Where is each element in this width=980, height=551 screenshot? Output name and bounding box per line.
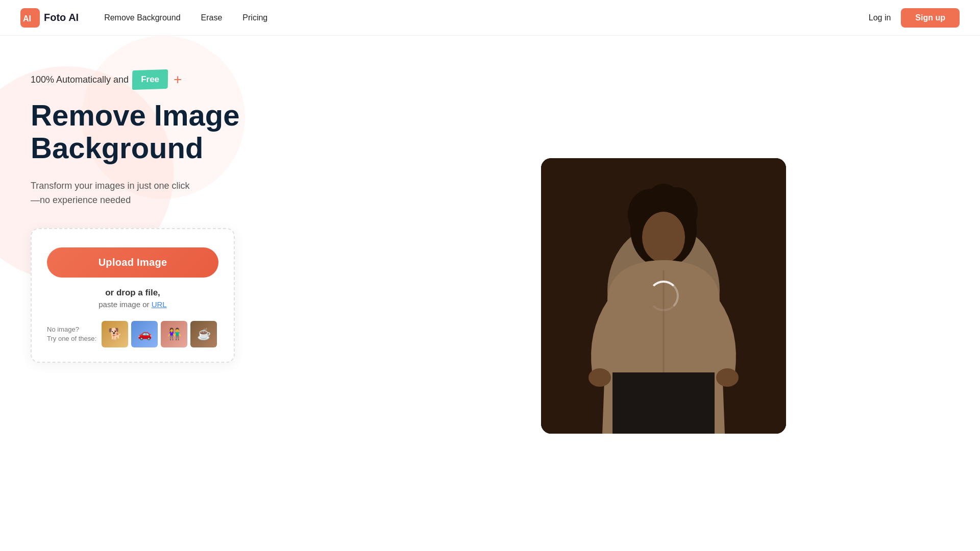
hero-title-line1: Remove Image [31, 98, 239, 132]
main-content: 100% Automatically and Free + Remove Ima… [0, 36, 980, 551]
hero-title-line2: Background [31, 131, 203, 164]
loading-spinner [648, 281, 679, 311]
right-column [378, 56, 949, 531]
brand-name: Foto AI [44, 12, 79, 23]
logo-icon: AI [20, 8, 40, 28]
sample-thumb-dog[interactable]: 🐕 [102, 321, 128, 347]
tagline-row: 100% Automatically and Free + [31, 71, 378, 88]
nav-remove-background[interactable]: Remove Background [104, 13, 180, 22]
sample-thumbs: 🐕 🚗 👫 ☕ [102, 321, 217, 347]
upload-image-button[interactable]: Upload Image [47, 247, 218, 278]
sample-images-row: No image? Try one of these: 🐕 🚗 👫 ☕ [47, 321, 218, 347]
login-button[interactable]: Log in [869, 13, 891, 22]
no-image-text: No image? [47, 325, 79, 333]
try-these-text: Try one of these: [47, 335, 96, 342]
free-badge-label: Free [134, 72, 166, 87]
spinner-ring [648, 281, 679, 311]
nav-erase[interactable]: Erase [201, 13, 223, 22]
upload-box: Upload Image or drop a file, paste image… [31, 228, 235, 363]
sample-thumb-couple[interactable]: 👫 [161, 321, 187, 347]
signup-button[interactable]: Sign up [901, 8, 960, 28]
thumb-dog-inner: 🐕 [102, 321, 128, 347]
drop-text: or drop a file, [47, 288, 218, 298]
paste-label: paste image or [99, 300, 149, 309]
hero-image-container [541, 158, 786, 434]
hero-image-background [541, 158, 786, 434]
thumb-car-inner: 🚗 [131, 321, 158, 347]
hero-title: Remove Image Background [31, 99, 378, 164]
url-link[interactable]: URL [152, 300, 167, 309]
sample-thumb-coffee[interactable]: ☕ [190, 321, 217, 347]
thumb-coffee-inner: ☕ [190, 321, 217, 347]
nav-links: Remove Background Erase Pricing [104, 13, 869, 22]
logo-area[interactable]: AI Foto AI [20, 8, 79, 28]
tagline-text: 100% Automatically and [31, 74, 129, 85]
sample-label: No image? Try one of these: [47, 325, 96, 343]
paste-text: paste image or URL [47, 300, 218, 309]
svg-text:AI: AI [23, 14, 31, 23]
free-badge: Free [134, 72, 166, 87]
nav-right: Log in Sign up [869, 8, 960, 28]
thumb-couple-inner: 👫 [161, 321, 187, 347]
plus-icon: + [174, 71, 182, 88]
navbar: AI Foto AI Remove Background Erase Prici… [0, 0, 980, 36]
hero-subtitle: Transform your images in just one click—… [31, 179, 235, 208]
sample-thumb-car[interactable]: 🚗 [131, 321, 158, 347]
left-column: 100% Automatically and Free + Remove Ima… [31, 56, 378, 531]
nav-pricing[interactable]: Pricing [242, 13, 267, 22]
